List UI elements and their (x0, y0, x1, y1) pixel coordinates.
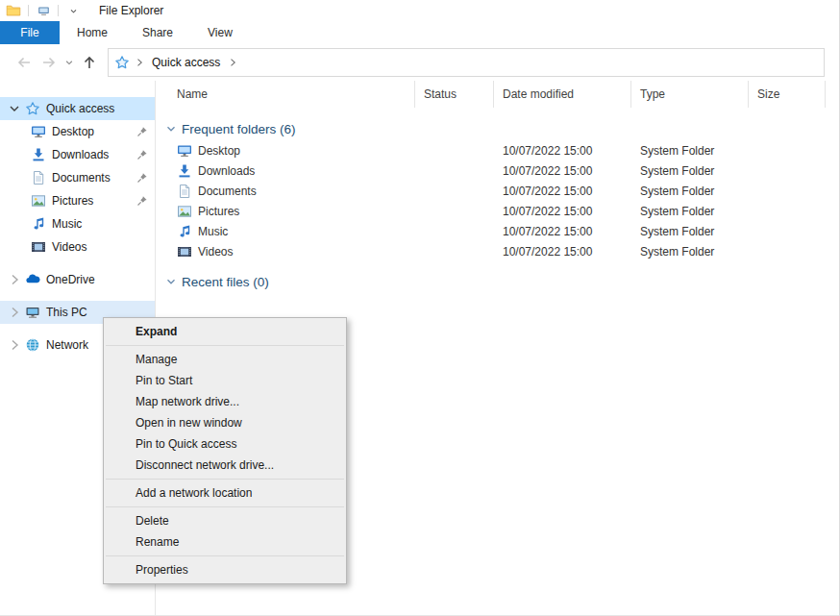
menu-item-label: Disconnect network drive... (136, 458, 274, 472)
context-menu: Expand Manage Pin to Start Map network d… (103, 317, 347, 584)
file-name-label: Pictures (198, 205, 239, 218)
cell-type: System Folder (631, 181, 749, 201)
column-header-date-modified[interactable]: Date modified (494, 81, 631, 108)
chevron-right-icon[interactable] (7, 305, 22, 320)
menu-item-label: Expand (136, 325, 177, 338)
menu-separator (106, 555, 344, 556)
sidebar-item-label: Videos (52, 240, 155, 254)
up-button[interactable] (77, 50, 102, 75)
menu-item-open-in-new-window[interactable]: Open in new window (104, 412, 346, 433)
desktop-icon (177, 143, 192, 159)
menu-item-expand[interactable]: Expand (104, 321, 346, 342)
menu-item-label: Rename (136, 535, 179, 549)
sidebar-item-label: Music (52, 217, 155, 231)
breadcrumb-chevron-icon[interactable] (227, 57, 238, 68)
cell-status (415, 241, 494, 261)
document-icon (177, 184, 192, 199)
menu-item-label: Delete (136, 514, 169, 528)
menu-item-label: Pin to Start (136, 374, 192, 387)
cell-type: System Folder (631, 140, 749, 160)
file-row[interactable]: Pictures 10/07/2022 15:00 System Folder (156, 201, 840, 221)
cell-name: Pictures (156, 201, 415, 221)
menu-item-label: Map network drive... (136, 395, 239, 408)
recent-locations-dropdown-icon[interactable] (62, 50, 77, 75)
cell-date-modified: 10/07/2022 15:00 (494, 221, 631, 241)
tab-view[interactable]: View (190, 21, 250, 44)
file-row[interactable]: Music 10/07/2022 15:00 System Folder (156, 221, 840, 241)
videos-icon (177, 244, 192, 259)
sidebar-item-downloads[interactable]: Downloads (0, 143, 155, 166)
column-header-label: Type (640, 87, 665, 101)
sidebar-item-documents[interactable]: Documents (0, 166, 155, 189)
tab-share[interactable]: Share (125, 21, 190, 44)
tab-home[interactable]: Home (60, 21, 125, 44)
menu-item-disconnect-network-drive[interactable]: Disconnect network drive... (104, 455, 346, 476)
sidebar-item-pictures[interactable]: Pictures (0, 189, 155, 212)
desktop-icon (31, 124, 46, 139)
file-row[interactable]: Videos 10/07/2022 15:00 System Folder (156, 241, 840, 261)
tab-file[interactable]: File (0, 21, 60, 44)
address-bar[interactable]: Quick access (108, 48, 825, 77)
chevron-down-icon[interactable] (164, 122, 178, 136)
music-icon (177, 224, 192, 239)
sidebar-item-desktop[interactable]: Desktop (0, 120, 155, 143)
file-row[interactable]: Documents 10/07/2022 15:00 System Folder (156, 181, 840, 201)
toolbar-separator (58, 5, 59, 16)
sidebar-item-music[interactable]: Music (0, 212, 155, 235)
column-header-status[interactable]: Status (415, 81, 494, 108)
menu-item-add-a-network-location[interactable]: Add a network location (104, 482, 346, 504)
file-rows: Desktop 10/07/2022 15:00 System Folder D… (156, 140, 840, 261)
breadcrumb-chevron-icon[interactable] (134, 57, 145, 68)
cell-status (415, 160, 494, 181)
breadcrumb-segment-quick-access[interactable]: Quick access (149, 56, 223, 69)
quick-access-star-icon (25, 101, 40, 116)
chevron-right-icon[interactable] (7, 337, 22, 353)
file-name-label: Videos (198, 245, 233, 259)
tab-share-label: Share (142, 26, 173, 39)
quick-access-toolbar-icon[interactable] (35, 2, 52, 19)
sidebar-item-quick-access[interactable]: Quick access (0, 97, 155, 120)
menu-item-delete[interactable]: Delete (104, 510, 346, 531)
cell-status (415, 201, 494, 221)
cell-status (415, 181, 494, 201)
chevron-right-icon[interactable] (7, 272, 22, 287)
menu-item-manage[interactable]: Manage (104, 349, 346, 370)
menu-item-map-network-drive[interactable]: Map network drive... (104, 391, 346, 412)
sidebar-item-videos[interactable]: Videos (0, 235, 155, 259)
group-header-recent-files[interactable]: Recent files (0) (156, 270, 840, 293)
column-header-size[interactable]: Size (749, 81, 826, 108)
quick-access-location-icon (114, 55, 130, 70)
menu-item-pin-to-start[interactable]: Pin to Start (104, 370, 346, 391)
music-icon (31, 216, 46, 232)
downloads-icon (177, 163, 192, 179)
pin-icon (136, 126, 148, 137)
toolbar-separator (28, 5, 29, 16)
app-folder-icon (5, 2, 22, 19)
cell-name: Desktop (156, 140, 415, 160)
forward-button[interactable] (37, 50, 62, 75)
column-header-type[interactable]: Type (631, 81, 749, 108)
cell-name: Music (156, 221, 415, 241)
chevron-down-icon[interactable] (164, 275, 178, 288)
cell-name: Downloads (156, 160, 415, 181)
file-row[interactable]: Downloads 10/07/2022 15:00 System Folder (156, 160, 840, 181)
menu-item-pin-to-quick-access[interactable]: Pin to Quick access (104, 433, 346, 455)
file-row[interactable]: Desktop 10/07/2022 15:00 System Folder (156, 140, 840, 160)
column-header-name[interactable]: Name (156, 81, 415, 108)
customize-quick-access-toolbar-chevron-icon[interactable] (64, 2, 82, 19)
cell-size (749, 241, 826, 261)
sidebar-item-onedrive[interactable]: OneDrive (0, 268, 155, 291)
group-header-frequent-folders[interactable]: Frequent folders (6) (156, 117, 840, 140)
menu-separator (106, 479, 344, 480)
chevron-down-icon[interactable] (7, 101, 22, 116)
navigation-toolbar: Quick access (0, 44, 840, 82)
menu-item-rename[interactable]: Rename (104, 531, 346, 553)
cell-status (415, 140, 494, 160)
back-button[interactable] (12, 50, 37, 75)
ribbon-tab-bar: File Home Share View (0, 21, 840, 45)
tab-home-label: Home (77, 26, 108, 39)
menu-item-properties[interactable]: Properties (104, 559, 346, 580)
group-header-label: Recent files (0) (182, 275, 269, 289)
cell-date-modified: 10/07/2022 15:00 (494, 241, 631, 261)
cell-status (415, 221, 494, 241)
